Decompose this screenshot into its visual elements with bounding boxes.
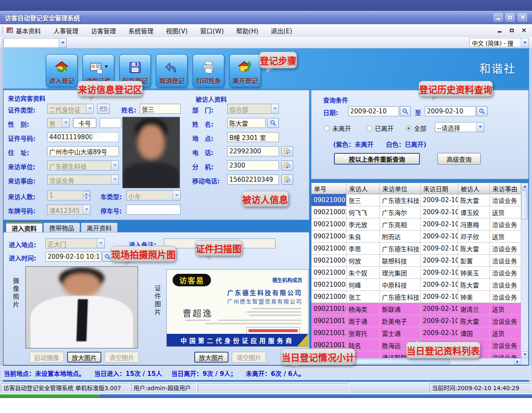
table-row[interactable]: 090210001张三广东德生科技2009-02-10陈大雷洽谈业务	[311, 194, 521, 206]
table-row[interactable]: 090210007朱个奴理光集团2009-02-10钟美玉洽谈业务	[311, 267, 521, 279]
date-to-input[interactable]	[425, 106, 476, 116]
table-cell[interactable]: 谭国	[458, 327, 490, 339]
chevron-down-icon[interactable]	[521, 38, 528, 47]
table-cell[interactable]: 洽谈业务	[490, 315, 521, 327]
table-cell[interactable]: 朱个奴	[346, 267, 380, 279]
mobile-input[interactable]	[227, 175, 279, 185]
table-cell[interactable]: 杨海类	[346, 303, 380, 315]
menu-item-help[interactable]: 帮助(H)	[236, 26, 258, 35]
dropdown-arrow-icon[interactable]	[105, 65, 108, 70]
mdi-restore-icon[interactable]	[507, 26, 516, 34]
table-cell[interactable]: 090210012	[311, 327, 346, 339]
column-header[interactable]: 被访人	[458, 183, 490, 194]
table-cell[interactable]: 090210009	[311, 291, 346, 303]
table-row[interactable]: 090210011周于通赴美电子2009-02-10陈大雷洽谈业务	[311, 315, 521, 327]
radio-icon[interactable]	[406, 125, 412, 131]
table-cell[interactable]: 090210011	[311, 315, 346, 327]
radio-icon[interactable]	[324, 125, 330, 131]
table-cell[interactable]: 张工	[346, 291, 380, 303]
table-cell[interactable]: 广东海尔	[380, 206, 421, 218]
stepper-arrows[interactable]	[83, 191, 90, 200]
restore-icon[interactable]	[505, 13, 514, 21]
table-cell[interactable]: 090210005	[311, 243, 346, 255]
table-cell[interactable]: 洽谈业务	[490, 255, 521, 267]
host-search-button[interactable]	[267, 118, 279, 128]
table-cell[interactable]: 2009-02-10	[421, 267, 458, 279]
column-header[interactable]: 来访事由	[490, 183, 521, 194]
visit-company-combo[interactable]: 广东德生科技	[47, 160, 119, 170]
table-cell[interactable]: 洽谈业务	[490, 291, 521, 303]
table-cell[interactable]: 2009-02-10	[421, 218, 458, 230]
tab-entry-info[interactable]: 进入资料	[6, 223, 43, 233]
table-cell[interactable]: 送货	[490, 206, 521, 218]
column-header[interactable]: 来访人	[346, 183, 380, 194]
table-cell[interactable]: 理光集团	[380, 267, 421, 279]
chevron-down-icon[interactable]	[271, 104, 279, 113]
table-cell[interactable]: 2009-02-10	[421, 194, 458, 206]
radio-not-left[interactable]: 未离开	[324, 124, 351, 133]
mdi-close-icon[interactable]	[519, 26, 528, 34]
minimize-icon[interactable]	[494, 13, 503, 21]
date-from-picker-button[interactable]	[400, 106, 411, 116]
close-icon[interactable]	[518, 13, 527, 21]
table-cell[interactable]: 送货	[490, 303, 521, 315]
enter-register-button[interactable]: 进入登记	[46, 54, 78, 88]
leave-register-button[interactable]: 离开登记	[229, 54, 261, 88]
table-cell[interactable]: 李思	[346, 243, 380, 255]
table-cell[interactable]: 张寄托	[346, 327, 380, 339]
vehicle-type-combo[interactable]: 小车	[126, 190, 181, 200]
radio-left[interactable]: 已离开	[366, 124, 394, 133]
table-cell[interactable]: 090210001	[311, 194, 346, 206]
table-cell[interactable]: 2009-02-10	[421, 206, 458, 218]
chevron-down-icon[interactable]	[97, 239, 104, 248]
table-cell[interactable]: 洽谈业务	[490, 194, 521, 206]
table-row[interactable]: 090210004朱良附而达2009-02-10邓子欣送货	[311, 230, 521, 243]
card-number-button[interactable]: 卡号	[73, 118, 96, 128]
menu-item-visitor[interactable]: 访客管理	[91, 26, 116, 35]
phone-notify-button[interactable]	[281, 146, 293, 156]
table-cell[interactable]: 洽谈业务	[490, 243, 521, 255]
v-scroll-thumb[interactable]	[522, 190, 528, 220]
table-cell[interactable]: 090210007	[311, 267, 346, 279]
table-cell[interactable]: 洽谈业务	[490, 218, 521, 230]
radio-icon[interactable]	[366, 125, 372, 131]
table-cell[interactable]: 张三	[346, 194, 380, 206]
scroll-down-icon[interactable]	[521, 351, 528, 358]
table-row[interactable]: 090210010杨海类新联通2009-02-10谢清兰送货	[311, 303, 521, 315]
chevron-down-icon[interactable]	[62, 118, 69, 128]
table-cell[interactable]: 钟美玉	[458, 267, 490, 279]
radio-all[interactable]: 全部	[406, 124, 427, 133]
table-cell[interactable]: 谢清兰	[458, 303, 490, 315]
print-slip-button[interactable]: 打印凭条	[193, 54, 224, 88]
scroll-up-icon[interactable]	[521, 183, 528, 190]
table-cell[interactable]: 邓子欣	[458, 230, 490, 243]
table-cell[interactable]: 广东德生科技	[380, 194, 421, 206]
table-cell[interactable]: 李光放	[346, 218, 380, 230]
table-row[interactable]: 090210006何放联想科技2009-02-10彭置洽谈业务	[311, 255, 521, 267]
mdi-minimize-icon[interactable]	[495, 26, 504, 34]
column-header[interactable]: 来访日期	[421, 183, 458, 194]
table-cell[interactable]: 2009-02-10	[421, 230, 458, 243]
gender-combo[interactable]: 男	[47, 118, 70, 128]
requery-button[interactable]: 按以上条件重新查询	[334, 153, 420, 165]
chevron-down-icon[interactable]	[476, 123, 484, 132]
table-cell[interactable]: 附而达	[380, 230, 421, 243]
chevron-down-icon[interactable]	[83, 205, 90, 214]
chevron-down-icon[interactable]	[59, 38, 66, 48]
table-cell[interactable]: 朱良	[346, 230, 380, 243]
tab-carried-items[interactable]: 携带物品	[43, 223, 80, 233]
menu-item-view[interactable]: 视图(V)	[166, 26, 188, 35]
menu-item-basic[interactable]: 基本资料	[16, 26, 41, 35]
table-cell[interactable]: 陈大雷	[458, 279, 490, 291]
column-header[interactable]: 来访单位	[380, 183, 421, 194]
visitor-count-stepper[interactable]: 1	[47, 190, 90, 200]
title-bar[interactable]: 访客自动登记安全管理系统	[0, 11, 532, 24]
visit-reason-combo[interactable]: 洽谈业务	[47, 175, 119, 185]
chevron-down-icon[interactable]	[111, 175, 118, 184]
menu-item-hr[interactable]: 人事管理	[53, 26, 78, 35]
table-cell[interactable]: 090210010	[311, 303, 346, 315]
dept-combo[interactable]: 综合部	[227, 104, 279, 114]
plate-combo[interactable]: 津A12345	[47, 205, 90, 215]
table-cell[interactable]: 广东亮相	[380, 218, 421, 230]
chevron-down-icon[interactable]	[111, 161, 118, 170]
